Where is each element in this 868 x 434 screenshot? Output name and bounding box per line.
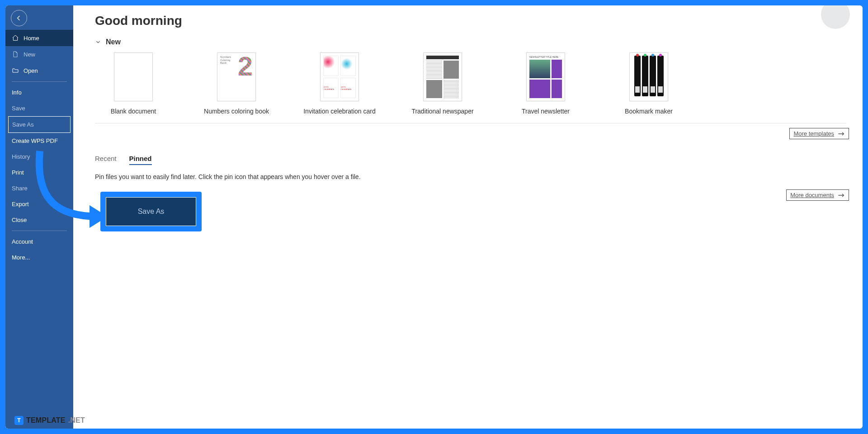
greeting-text: Good morning bbox=[95, 14, 849, 28]
nav-label: Save As bbox=[12, 121, 34, 128]
nav-label: More... bbox=[12, 254, 30, 261]
callout-label: Save As bbox=[138, 208, 165, 216]
chevron-down-icon bbox=[95, 39, 101, 45]
nav-label: Open bbox=[24, 67, 38, 74]
template-thumb: NumbersColoringBook2 bbox=[217, 52, 256, 101]
callout-save-as-button: Save As bbox=[106, 197, 196, 226]
nav-label: History bbox=[12, 153, 30, 160]
more-templates-link[interactable]: More templates bbox=[789, 128, 849, 139]
nav-label: New bbox=[24, 51, 35, 58]
nav-export[interactable]: Export bbox=[5, 196, 73, 212]
watermark: T TEMPLATE.NET bbox=[14, 416, 85, 425]
separator bbox=[12, 231, 67, 231]
file-icon bbox=[12, 51, 19, 58]
template-travel[interactable]: NEWSLETTER TITLE HERETravel newsletter bbox=[507, 52, 584, 115]
tab-recent[interactable]: Recent bbox=[95, 155, 117, 165]
nav-account[interactable]: Account bbox=[5, 234, 73, 250]
template-label: Bookmark maker bbox=[625, 108, 673, 115]
template-label: Numbers coloring book bbox=[204, 108, 269, 115]
nav-label: Info bbox=[12, 89, 22, 96]
nav-label: Home bbox=[24, 35, 39, 42]
template-label: Travel newsletter bbox=[522, 108, 570, 115]
divider bbox=[95, 123, 846, 123]
nav-label: Save bbox=[12, 105, 25, 112]
nav-share[interactable]: Share bbox=[5, 180, 73, 196]
nav-label: Create WPS PDF bbox=[12, 137, 58, 144]
nav-label: Export bbox=[12, 201, 29, 208]
template-blank[interactable]: Blank document bbox=[95, 52, 172, 115]
arrow-right-icon bbox=[838, 131, 845, 137]
nav-new[interactable]: New bbox=[5, 46, 73, 62]
tab-pinned[interactable]: Pinned bbox=[129, 155, 152, 165]
nav-create-wps-pdf[interactable]: Create WPS PDF bbox=[5, 133, 73, 149]
nav-history[interactable]: History bbox=[5, 149, 73, 165]
more-documents-label: More documents bbox=[790, 192, 834, 198]
watermark-text: TEMPLATE bbox=[26, 416, 66, 425]
watermark-net: .NET bbox=[68, 416, 85, 425]
more-templates-label: More templates bbox=[793, 130, 834, 137]
template-thumb bbox=[114, 52, 153, 101]
tutorial-callout-save-as: Save As bbox=[100, 192, 202, 231]
word-backstage-window: HomeNewOpen InfoSaveSave AsCreate WPS PD… bbox=[5, 5, 863, 429]
nav-label: Close bbox=[12, 217, 27, 223]
template-label: Traditional newspaper bbox=[411, 108, 473, 115]
nav-save[interactable]: Save bbox=[5, 100, 73, 116]
templates-row: Blank documentNumbersColoringBook2Number… bbox=[95, 52, 849, 123]
nav-home[interactable]: Home bbox=[5, 30, 73, 46]
template-invite[interactable]: LET'S CELEBRATELET'S CELEBRATEInvitation… bbox=[301, 52, 378, 115]
template-thumb bbox=[629, 52, 668, 101]
nav-label: Print bbox=[12, 169, 24, 176]
new-section-toggle[interactable]: New bbox=[95, 38, 849, 46]
nav-more-[interactable]: More... bbox=[5, 250, 73, 265]
template-label: Blank document bbox=[111, 108, 156, 115]
nav-save-as[interactable]: Save As bbox=[8, 116, 71, 133]
separator bbox=[12, 81, 67, 82]
template-label: Invitation celebration card bbox=[303, 108, 376, 115]
more-documents-link[interactable]: More documents bbox=[786, 189, 849, 201]
folder-icon bbox=[12, 67, 19, 74]
back-button[interactable] bbox=[11, 10, 27, 26]
arrow-right-icon bbox=[838, 193, 845, 198]
nav-label: Account bbox=[12, 238, 33, 245]
template-thumb: NEWSLETTER TITLE HERE bbox=[526, 52, 565, 101]
template-thumb bbox=[423, 52, 462, 101]
new-section-label: New bbox=[106, 38, 121, 46]
template-numbers[interactable]: NumbersColoringBook2Numbers coloring boo… bbox=[198, 52, 275, 115]
template-thumb: LET'S CELEBRATELET'S CELEBRATE bbox=[320, 52, 359, 101]
backstage-sidebar: HomeNewOpen InfoSaveSave AsCreate WPS PD… bbox=[5, 5, 73, 429]
home-icon bbox=[12, 34, 19, 42]
watermark-badge-icon: T bbox=[14, 416, 24, 425]
template-bookmark[interactable]: Bookmark maker bbox=[610, 52, 687, 115]
nav-label: Share bbox=[12, 185, 28, 192]
arrow-left-icon bbox=[15, 14, 23, 22]
pinned-hint: Pin files you want to easily find later.… bbox=[95, 173, 849, 180]
nav-close[interactable]: Close bbox=[5, 212, 73, 228]
nav-open[interactable]: Open bbox=[5, 62, 73, 79]
recent-pinned-tabs: RecentPinned bbox=[95, 155, 849, 165]
tutorial-frame: HomeNewOpen InfoSaveSave AsCreate WPS PD… bbox=[0, 0, 868, 434]
nav-info[interactable]: Info bbox=[5, 85, 73, 100]
template-news[interactable]: Traditional newspaper bbox=[404, 52, 481, 115]
nav-print[interactable]: Print bbox=[5, 165, 73, 180]
